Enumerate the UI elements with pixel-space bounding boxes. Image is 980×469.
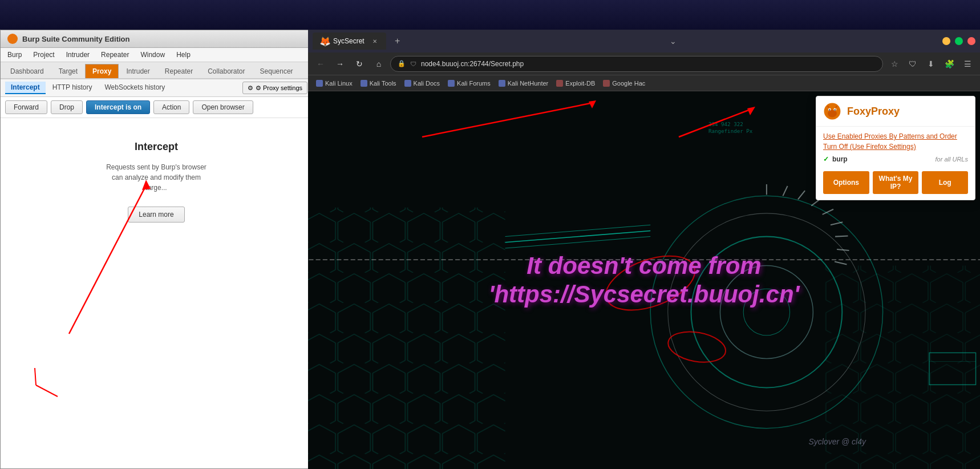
firefox-favicon-icon: 🦊	[319, 36, 330, 46]
menu-repeater[interactable]: Repeater	[96, 49, 133, 60]
options-button[interactable]: Options	[823, 171, 869, 194]
svg-point-35	[828, 110, 837, 118]
bookmark-google-hac[interactable]: Google Hac	[600, 79, 649, 88]
burp-suite-window: Burp Suite Community Edition Burp Projec…	[0, 30, 313, 469]
use-enabled-proxies-link[interactable]: Use Enabled Proxies By Patterns and Orde…	[823, 132, 968, 140]
lock-icon: 🔒	[398, 60, 406, 67]
burp-logo-icon	[7, 34, 18, 44]
tab-proxy[interactable]: Proxy	[85, 64, 119, 78]
log-button[interactable]: Log	[922, 171, 968, 194]
bookmark-label: Kali Docs	[414, 80, 440, 87]
foxyproxy-title: FoxyProxy	[847, 106, 900, 118]
bookmark-label: Kali NetHunter	[508, 80, 549, 87]
back-button[interactable]: ←	[313, 56, 329, 72]
proxy-settings-label: ⚙ Proxy settings	[256, 84, 302, 92]
kali-linux-favicon	[316, 80, 323, 87]
drop-button[interactable]: Drop	[51, 100, 83, 114]
bookmark-kali-nethunter[interactable]: Kali NetHunter	[495, 79, 552, 88]
menu-window[interactable]: Window	[136, 49, 169, 60]
browser-overlay-text: It doesn't come from 'https://Sycsecret.…	[488, 252, 799, 309]
home-button[interactable]: ⌂	[371, 56, 387, 72]
tab-target[interactable]: Target	[51, 64, 85, 78]
new-tab-button[interactable]: +	[391, 34, 404, 48]
menu-intruder[interactable]: Intruder	[62, 49, 94, 60]
firefox-navbar: ← → ↻ ⌂ 🔒 🛡 node4.buuoj.cn:26744/Secret.…	[308, 52, 980, 75]
close-button[interactable]	[967, 37, 975, 45]
bookmark-label: Kali Tools	[370, 80, 396, 87]
whats-my-ip-button[interactable]: What's My IP?	[873, 171, 919, 194]
maximize-button[interactable]	[955, 37, 963, 45]
overlay-line1: It doesn't come from	[488, 252, 799, 280]
firefox-window: 🦊 SycSecret ✕ + ⌄ ← → ↻ ⌂ 🔒 🛡 node4.buuo…	[308, 30, 980, 469]
url-text: node4.buuoj.cn:26744/Secret.php	[421, 60, 524, 68]
firefox-titlebar: 🦊 SycSecret ✕ + ⌄	[308, 30, 980, 52]
bookmark-star-button[interactable]: ☆	[886, 56, 902, 72]
address-bar[interactable]: 🔒 🛡 node4.buuoj.cn:26744/Secret.php	[390, 56, 883, 72]
gear-icon: ⚙	[248, 84, 253, 92]
checkmark-icon: ✓	[823, 155, 829, 163]
foxyproxy-header: FoxyProxy	[816, 96, 975, 127]
bookmark-kali-linux[interactable]: Kali Linux	[313, 79, 356, 88]
menu-project[interactable]: Project	[29, 49, 59, 60]
tab-sequencer[interactable]: Sequencer	[253, 64, 301, 78]
tab-collaborator[interactable]: Collaborator	[200, 64, 252, 78]
bookmark-kali-forums[interactable]: Kali Forums	[444, 79, 494, 88]
bookmark-kali-tools[interactable]: Kali Tools	[357, 79, 400, 88]
burp-menubar: Burp Project Intruder Repeater Window He…	[1, 48, 312, 62]
tab-dashboard[interactable]: Dashboard	[3, 64, 51, 78]
turn-off-link[interactable]: Turn Off (Use Firefox Settings)	[823, 143, 968, 151]
subtab-http-history[interactable]: HTTP history	[47, 82, 98, 94]
open-browser-button[interactable]: Open browser	[193, 100, 253, 114]
bookmark-kali-docs[interactable]: Kali Docs	[401, 79, 443, 88]
burp-content-area: Intercept Requests sent by Burp's browse…	[1, 118, 312, 468]
kali-tools-favicon	[361, 80, 367, 87]
exploit-db-favicon	[556, 80, 563, 87]
burp-subtabs: Intercept HTTP history WebSockets histor…	[1, 79, 312, 97]
learn-more-button[interactable]: Learn more	[128, 207, 184, 223]
google-hac-favicon	[603, 80, 610, 87]
intercept-description: Requests sent by Burp's browsercan analy…	[106, 162, 206, 193]
subtab-intercept[interactable]: Intercept	[5, 82, 46, 94]
subtab-websockets-history[interactable]: WebSockets history	[99, 82, 171, 94]
proxy-name: burp	[832, 155, 848, 163]
action-button[interactable]: Action	[153, 100, 189, 114]
proxy-scope: for all URLs	[936, 156, 968, 163]
foxyproxy-actions: Options What's My IP? Log	[823, 171, 968, 194]
download-button[interactable]: ⬇	[923, 56, 939, 72]
os-taskbar	[0, 0, 980, 30]
bookmark-label: Exploit-DB	[565, 80, 595, 87]
svg-text:Rangefinder Px: Rangefinder Px	[708, 128, 753, 134]
tab-intruder[interactable]: Intruder	[119, 64, 157, 78]
forward-nav-button[interactable]: →	[332, 56, 348, 72]
kali-nethunter-favicon	[499, 80, 505, 87]
bookmark-label: Kali Forums	[457, 80, 491, 87]
tab-close-button[interactable]: ✕	[370, 37, 379, 46]
menu-burp[interactable]: Burp	[3, 49, 26, 60]
bookmark-exploit-db[interactable]: Exploit-DB	[553, 79, 598, 88]
burp-titlebar: Burp Suite Community Edition	[1, 30, 312, 48]
svg-point-39	[835, 109, 836, 110]
extensions-button[interactable]: 🧩	[941, 56, 957, 72]
tab-overflow-button[interactable]: ⌄	[667, 37, 679, 46]
menu-button[interactable]: ☰	[959, 56, 975, 72]
forward-button[interactable]: Forward	[5, 100, 47, 114]
kali-docs-favicon	[404, 80, 411, 87]
tab-repeater[interactable]: Repeater	[157, 64, 200, 78]
proxy-settings-button[interactable]: ⚙ ⚙ Proxy settings	[242, 82, 307, 94]
active-tab[interactable]: 🦊 SycSecret ✕	[313, 33, 386, 50]
intercept-on-button[interactable]: Intercept is on	[86, 100, 150, 114]
minimize-button[interactable]	[942, 37, 950, 45]
bookmark-label: Kali Linux	[325, 80, 353, 87]
menu-help[interactable]: Help	[172, 49, 195, 60]
burp-title: Burp Suite Community Edition	[22, 35, 130, 43]
shield-nav-button[interactable]: 🛡	[905, 56, 921, 72]
burp-main-tabs: Dashboard Target Proxy Intruder Repeater…	[1, 62, 312, 79]
svg-rect-6	[308, 208, 505, 469]
tab-label: SycSecret	[333, 37, 365, 45]
reload-button[interactable]: ↻	[351, 56, 367, 72]
foxyproxy-logo-icon	[823, 102, 841, 120]
watermark-text: Syclover @ cl4y	[808, 437, 866, 446]
foxyproxy-body: Use Enabled Proxies By Patterns and Orde…	[816, 127, 975, 200]
intercept-title: Intercept	[135, 141, 178, 153]
svg-text:334 942 322: 334 942 322	[708, 121, 743, 127]
